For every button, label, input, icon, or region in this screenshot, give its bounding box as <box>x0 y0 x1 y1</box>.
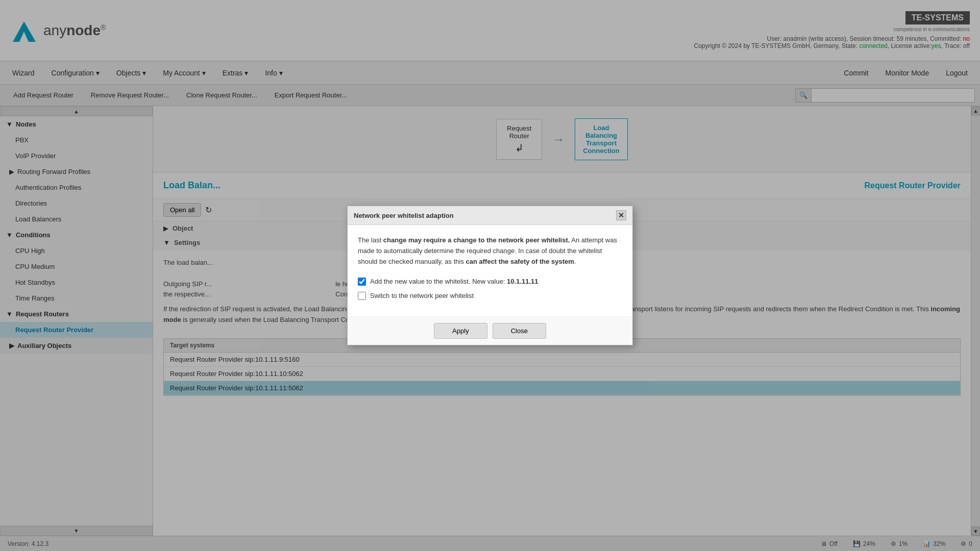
checkbox-switch-whitelist[interactable] <box>358 292 366 300</box>
modal-close-button-footer[interactable]: Close <box>493 323 546 339</box>
checkbox-row-2: Switch to the network peer whitelist <box>358 292 622 300</box>
checkbox-row-1: Add the new value to the whitelist. New … <box>358 278 622 286</box>
modal-body: The last change may require a change to … <box>348 225 632 316</box>
modal-close-button[interactable]: ✕ <box>616 210 626 220</box>
modal-title-bar: Network peer whitelist adaption ✕ <box>348 206 632 225</box>
modal-title: Network peer whitelist adaption <box>354 212 454 219</box>
modal-apply-button[interactable]: Apply <box>434 323 487 339</box>
modal-warning-text: The last change may require a change to … <box>358 235 622 267</box>
modal-footer: Apply Close <box>348 316 632 345</box>
checkbox-add-label[interactable]: Add the new value to the whitelist. New … <box>370 278 538 285</box>
modal-dialog: Network peer whitelist adaption ✕ The la… <box>347 206 633 345</box>
checkbox-switch-label[interactable]: Switch to the network peer whitelist <box>370 292 474 299</box>
checkbox-add-whitelist[interactable] <box>358 278 366 286</box>
modal-overlay: Network peer whitelist adaption ✕ The la… <box>0 0 980 551</box>
